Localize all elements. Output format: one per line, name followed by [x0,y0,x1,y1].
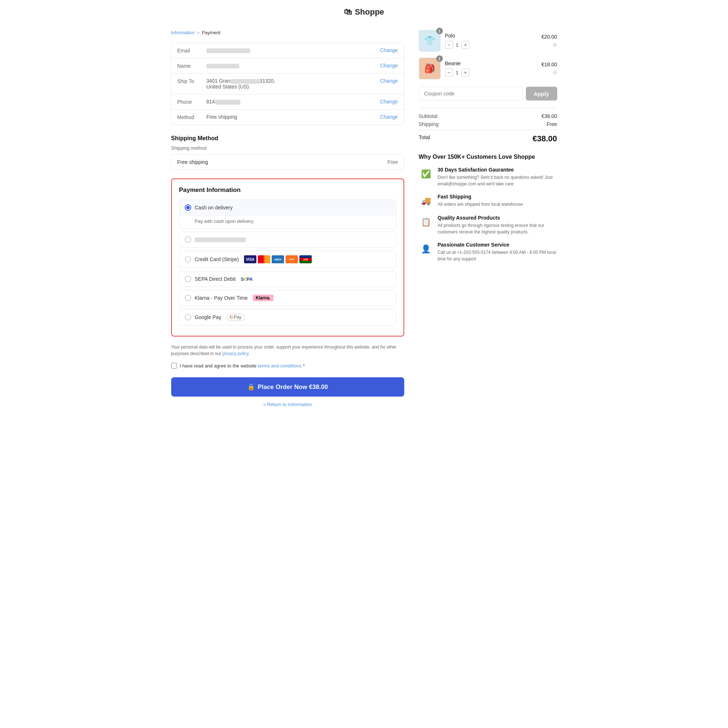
payment-option-stripe[interactable]: Credit Card (Stripe) VISA AMEX DISC JCB [179,251,396,268]
why-text-support: Passionate Customer Service Call us at +… [438,242,557,262]
qty-increase-polo[interactable]: + [462,41,470,49]
item-name-beanie: Beanie [445,60,537,66]
why-desc-support: Call us at +1-202-555-0174 between 9:00 … [438,249,557,262]
why-item-shipping: 🚚 Fast Shipping All orders are shipped f… [419,194,557,208]
payment-option-unknown-row[interactable] [179,232,396,247]
info-label-phone: Phone [177,99,206,105]
terms-checkbox-row: I have read and agree to the website ter… [171,363,404,369]
payment-option-cod-row[interactable]: Cash on delivery [179,200,396,215]
privacy-text: Your personal data will be used to proce… [171,344,404,357]
subtotal-value: €38.00 [541,113,557,119]
site-header: 🛍 Shoppe [0,0,728,23]
shipping-section-title: Shipping Method [171,135,404,142]
name-blurred [206,64,239,69]
info-row-ship: Ship To 3401 Gran 31320, United States (… [171,73,404,94]
why-text-shipping: Fast Shipping All orders are shipped fro… [438,194,523,208]
why-title-support: Passionate Customer Service [438,242,557,248]
item-badge-beanie: 1 [436,55,443,62]
change-name-link[interactable]: Change [380,63,398,69]
payment-option-gpay-row[interactable]: Google Pay G Pay [179,309,396,325]
email-blurred [206,49,250,53]
payment-desc-cod: Pay with cash upon delivery. [179,215,396,228]
payment-section: Payment Information Cash on delivery Pay… [171,179,404,336]
info-table: Email Change Name Change Ship To 3401 Gr… [171,43,404,125]
item-remove-beanie[interactable]: ⊗ [541,69,557,76]
apply-coupon-button[interactable]: Apply [526,87,557,101]
why-title-quality: Quality Assured Products [438,215,557,221]
info-row-email: Email Change [171,43,404,58]
radio-klarna [185,295,191,301]
total-row: Total €38.00 [419,130,557,144]
logo-icon: 🛍 [344,7,352,17]
payment-label-cod: Cash on delivery [195,205,233,211]
coupon-row: Apply [419,87,557,101]
radio-unknown [185,236,191,243]
shipping-subtitle: Shipping method [171,145,404,151]
item-info-beanie: Beanie − 1 + [445,60,537,76]
payment-option-klarna[interactable]: Klarna - Pay Over Time Klarna. [179,290,396,306]
why-item-quality: 📋 Quality Assured Products All products … [419,215,557,235]
radio-stripe [185,256,191,263]
mastercard-icon [258,255,270,263]
payment-option-sepa-row[interactable]: SEPA Direct Debit S€PA [179,271,396,287]
why-desc-quality: All products go through rigorous testing… [438,222,557,235]
item-badge-polo: 1 [436,28,443,34]
site-logo: 🛍 Shoppe [344,7,384,17]
radio-gpay [185,314,191,321]
qty-decrease-polo[interactable]: − [445,41,453,49]
payment-option-cod[interactable]: Cash on delivery Pay with cash upon deli… [179,200,396,229]
change-phone-link[interactable]: Change [380,99,398,104]
return-to-info-link[interactable]: « Return to Information [171,402,404,407]
breadcrumb-current: Payment [202,30,220,35]
payment-option-gpay[interactable]: Google Pay G Pay [179,309,396,326]
why-desc-guarantee: Don't like something? Sent it back no qu… [438,174,557,187]
coupon-input[interactable] [419,87,523,101]
shipping-option-label: Free shipping [177,159,208,165]
why-desc-shipping: All orders are shipped from local wareho… [438,201,523,208]
item-name-polo: Polo [445,33,537,38]
visa-icon: VISA [244,255,256,263]
support-icon: 👤 [419,242,433,256]
payment-option-klarna-row[interactable]: Klarna - Pay Over Time Klarna. [179,290,396,306]
breadcrumb-info-link[interactable]: Information [171,30,195,35]
shipping-value: Free [547,121,557,127]
radio-cod-dot [186,206,190,210]
item-img-wrap-polo: 👕 1 [419,30,440,52]
breadcrumb: Information > Payment [171,30,404,35]
order-item-beanie: 🎒 1 Beanie − 1 + €18.00 ⊗ [419,58,557,80]
payment-option-unknown[interactable] [179,232,396,248]
why-text-guarantee: 30 Days Satisfaction Gaurantee Don't lik… [438,167,557,187]
lock-icon: 🔒 [247,383,255,391]
qty-decrease-beanie[interactable]: − [445,69,453,76]
change-email-link[interactable]: Change [380,47,398,53]
item-remove-polo[interactable]: ⊗ [541,41,557,48]
why-item-guarantee: ✅ 30 Days Satisfaction Gaurantee Don't l… [419,167,557,187]
why-title: Why Over 150K+ Customers Love Shoppe [419,154,557,160]
item-price-polo: €20.00 [541,34,557,40]
why-item-support: 👤 Passionate Customer Service Call us at… [419,242,557,262]
subtotal-row: Subtotal €38.00 [419,113,557,119]
place-order-button[interactable]: 🔒 Place Order Now €38.00 [171,377,404,397]
payment-option-sepa[interactable]: SEPA Direct Debit S€PA [179,271,396,287]
order-items-list: 👕 1 Polo − 1 + €20.00 ⊗ [419,30,557,80]
payment-option-stripe-row[interactable]: Credit Card (Stripe) VISA AMEX DISC JCB [179,251,396,268]
qty-value-beanie: 1 [456,70,459,75]
shipping-option-price: Free [387,159,398,165]
item-price-beanie: €18.00 [541,61,557,67]
amex-icon: AMEX [272,255,284,263]
qty-increase-beanie[interactable]: + [462,69,470,76]
change-ship-link[interactable]: Change [380,78,398,84]
info-value-name [206,63,376,69]
info-label-name: Name [177,63,206,69]
why-text-quality: Quality Assured Products All products go… [438,215,557,235]
shipping-icon: 🚚 [419,194,433,208]
terms-checkbox[interactable] [171,363,177,369]
breadcrumb-sep: > [197,30,200,35]
terms-conditions-link[interactable]: terms and conditions [258,363,301,369]
change-method-link[interactable]: Change [380,114,398,120]
terms-label: I have read and agree to the website ter… [180,363,305,369]
total-label: Total [419,134,430,144]
card-icons: VISA AMEX DISC JCB [244,255,312,263]
discover-icon: DISC [286,255,298,263]
privacy-policy-link[interactable]: privacy policy. [223,351,249,356]
